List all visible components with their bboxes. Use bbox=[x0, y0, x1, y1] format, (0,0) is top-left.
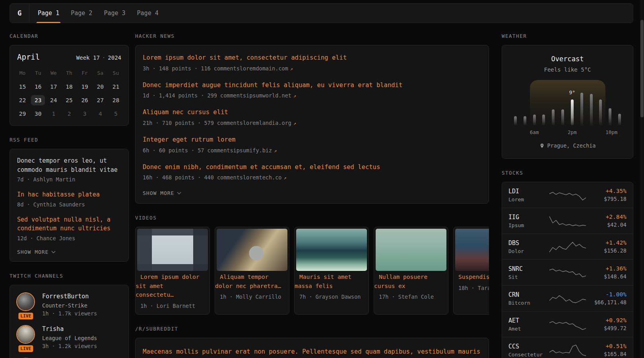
stock-symbol: LDI bbox=[508, 188, 548, 195]
weather-bar bbox=[514, 116, 517, 125]
item-meta: 3h · 148 points · 116 commentsloremdomai… bbox=[143, 65, 481, 72]
weather-card: Overcast Feels like 5°C 9° 6am2pm10pm Pr… bbox=[502, 45, 633, 159]
video-card[interactable]: Lorem ipsum dolor sit amet consectetu…1h… bbox=[135, 227, 210, 314]
item-domain-link[interactable]: ipsumworld.net bbox=[246, 92, 291, 99]
video-thumbnail-silhouette-dusk-field[interactable] bbox=[455, 229, 489, 271]
video-title[interactable]: Lorem ipsum dolor sit amet consectetu… bbox=[136, 270, 199, 298]
calendar-day-header: Su bbox=[108, 67, 124, 79]
video-card[interactable]: Nullam posuere cursus ex17h · Stefan Col… bbox=[374, 227, 448, 314]
video-thumbnail-concrete-cross-sky[interactable] bbox=[137, 229, 208, 271]
stock-change: +1.42% bbox=[587, 239, 627, 246]
stocks-widget: STOCKS LDILorem+4.35%$795.18IIGIpsum+2.8… bbox=[502, 170, 633, 358]
external-link-icon[interactable]: ↗ bbox=[290, 66, 293, 72]
channel-name[interactable]: Trisha bbox=[42, 325, 97, 333]
weather-bar-slot bbox=[520, 87, 530, 125]
video-title[interactable]: Suspendisse diam bbox=[454, 270, 489, 280]
tab-page-4[interactable]: Page 4 bbox=[137, 4, 159, 23]
app-logo[interactable]: G bbox=[10, 4, 29, 23]
hackernews-widget-label: HACKER NEWS bbox=[135, 33, 489, 39]
rss-item: Donec tempor eros leo, ut commodo mauris… bbox=[17, 156, 121, 183]
rss-show-more-button[interactable]: SHOW MORE bbox=[17, 249, 121, 255]
hackernews-item: Lorem ipsum dolor sit amet, consectetur … bbox=[143, 54, 481, 72]
hackernews-item-title[interactable]: Aliquam nec cursus elit bbox=[143, 108, 481, 117]
hackernews-show-more-button[interactable]: SHOW MORE bbox=[143, 190, 481, 196]
calendar-day: 16 bbox=[30, 80, 46, 93]
video-card[interactable]: Mauris sit amet massa felis7h · Grayson … bbox=[294, 227, 369, 314]
video-title[interactable]: Nullam posuere cursus ex bbox=[374, 270, 427, 289]
rss-item-title[interactable]: Sed volutpat nulla nisl, a condimentum n… bbox=[17, 215, 121, 233]
stock-row-ldi[interactable]: LDILorem+4.35%$795.18 bbox=[502, 182, 633, 208]
sparkline-chart bbox=[549, 290, 586, 306]
external-link-icon[interactable]: ↗ bbox=[293, 121, 296, 126]
tab-page-1[interactable]: Page 1 bbox=[38, 4, 59, 23]
video-card[interactable]: Suspendisse diam18h · Tara bbox=[453, 227, 489, 314]
hackernews-item-title[interactable]: Donec imperdiet augue tincidunt felis al… bbox=[143, 81, 481, 90]
right-column: WEATHER Overcast Feels like 5°C 9° 6am2p… bbox=[502, 33, 633, 358]
calendar-day: 28 bbox=[108, 94, 124, 106]
stock-row-ccs[interactable]: CCSConsectetur+0.51%$165.84 bbox=[502, 337, 633, 358]
weather-condition: Overcast bbox=[510, 55, 625, 63]
weather-location-text: Prague, Czechia bbox=[547, 142, 596, 149]
stock-row-dbs[interactable]: DBSDolor+1.42%$156.28 bbox=[502, 233, 633, 259]
subreddit-post-title[interactable]: Maecenas mollis pulvinar erat non posuer… bbox=[143, 346, 481, 358]
item-domain-link[interactable]: loremlandia.org bbox=[243, 120, 291, 126]
stock-right: +0.51%$165.84 bbox=[587, 343, 627, 357]
calendar-day: 25 bbox=[61, 94, 77, 106]
stock-row-iig[interactable]: IIGIpsum+2.84%$42.04 bbox=[502, 208, 633, 233]
weather-bar-slot bbox=[615, 87, 624, 125]
stock-sparkline bbox=[548, 187, 587, 203]
stock-price: $42.04 bbox=[587, 222, 627, 228]
scrollbar-thumb[interactable] bbox=[640, 20, 644, 117]
calendar-day: 20 bbox=[93, 80, 108, 93]
video-title[interactable]: Mauris sit amet massa felis bbox=[295, 270, 351, 289]
video-thumbnail-hands-holding-camera[interactable] bbox=[217, 229, 287, 271]
weather-bar bbox=[580, 93, 583, 125]
calendar-day-header: Fr bbox=[77, 67, 93, 79]
external-link-icon[interactable]: ↗ bbox=[293, 93, 296, 99]
external-link-icon[interactable]: ↗ bbox=[274, 148, 277, 154]
twitch-channel-trisha[interactable]: LIVETrishaLeague of Legends3h · 1.2k vie… bbox=[16, 325, 122, 349]
video-thumbnail-boat-wake-sea[interactable] bbox=[296, 229, 367, 271]
live-badge: LIVE bbox=[18, 345, 33, 352]
stock-row-aet[interactable]: AETAmet+0.92%$499.72 bbox=[502, 311, 633, 337]
avatar bbox=[16, 292, 35, 311]
rss-card: Donec tempor eros leo, ut commodo mauris… bbox=[10, 149, 129, 262]
hackernews-item-title[interactable]: Donec enim nibh, condimentum et accumsan… bbox=[143, 163, 481, 172]
chevron-down-icon bbox=[52, 249, 56, 253]
dashboard-page: G Page 1Page 2Page 3Page 4 CALENDAR Apri… bbox=[0, 0, 633, 358]
video-title[interactable]: Aliquam tempor dolor nec pharetra… bbox=[215, 270, 286, 289]
item-domain-link[interactable]: ipsumify.biz bbox=[233, 147, 272, 154]
weather-hour-cell bbox=[549, 129, 558, 135]
video-meta: 1h · Molly Carrillo bbox=[215, 290, 289, 305]
item-domain-link[interactable]: loremtech.co bbox=[243, 174, 282, 181]
external-link-icon[interactable]: ↗ bbox=[284, 175, 287, 181]
hackernews-item-title[interactable]: Lorem ipsum dolor sit amet, consectetur … bbox=[143, 54, 481, 62]
rss-item-meta: 8d · Cynthia Saunders bbox=[17, 201, 121, 208]
tab-page-3[interactable]: Page 3 bbox=[104, 4, 125, 23]
stocks-card: LDILorem+4.35%$795.18IIGIpsum+2.84%$42.0… bbox=[502, 182, 633, 358]
channel-info: TrishaLeague of Legends3h · 1.2k viewers bbox=[42, 325, 97, 349]
stock-symbol: SNRC bbox=[508, 265, 548, 272]
stock-right: +0.92%$499.72 bbox=[587, 317, 627, 331]
weather-bar-slot bbox=[530, 87, 539, 125]
calendar-week-label: Week 17 bbox=[76, 54, 100, 61]
channel-name[interactable]: ForrestBurton bbox=[42, 293, 97, 300]
rss-item-title[interactable]: Donec tempor eros leo, ut commodo mauris… bbox=[17, 156, 121, 174]
calendar-day-selected: 23 bbox=[30, 94, 46, 106]
tab-page-2[interactable]: Page 2 bbox=[71, 4, 92, 23]
top-bar: G Page 1Page 2Page 3Page 4 bbox=[10, 3, 633, 23]
hackernews-item-title[interactable]: Integer eget rutrum lorem bbox=[143, 136, 481, 144]
twitch-channel-forrestburton[interactable]: LIVEForrestBurtonCounter-Strike1h · 1.7k… bbox=[16, 292, 122, 317]
weather-hour-label: 2pm bbox=[568, 129, 577, 135]
stock-row-crn[interactable]: CRNBitcorn-1.00%$66,171.48 bbox=[502, 285, 633, 311]
stock-row-snrc[interactable]: SNRCSit+1.36%$148.64 bbox=[502, 259, 633, 285]
weather-hour-cell bbox=[511, 129, 520, 135]
video-thumbnail-canoe-misty-lake[interactable] bbox=[376, 229, 446, 271]
rss-item-title[interactable]: In hac habitasse platea bbox=[17, 190, 121, 199]
page-tabs: Page 1Page 2Page 3Page 4 bbox=[29, 4, 159, 23]
left-column: CALENDAR April Week 17·2024 MoTuWeThFrSa… bbox=[10, 33, 129, 358]
weather-bar-slot bbox=[511, 87, 520, 125]
video-card[interactable]: Aliquam tempor dolor nec pharetra…1h · M… bbox=[215, 227, 289, 314]
live-badge: LIVE bbox=[18, 313, 33, 319]
item-domain-link[interactable]: loremdomain.com bbox=[240, 65, 288, 72]
